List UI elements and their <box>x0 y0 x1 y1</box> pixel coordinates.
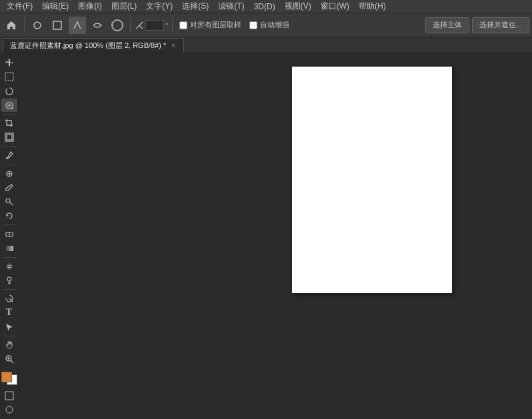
home-button[interactable] <box>3 17 20 34</box>
tab-close-button[interactable]: × <box>170 42 177 49</box>
checkbox-group: 对所有图层取样 自动增强 <box>179 20 289 30</box>
tool-zoom[interactable] <box>1 352 17 366</box>
menu-filter[interactable]: 滤镜(T) <box>214 0 248 13</box>
checkbox-all-layers[interactable]: 对所有图层取样 <box>179 20 241 30</box>
svg-rect-2 <box>5 73 13 81</box>
svg-point-17 <box>7 264 12 269</box>
tab-title: 蓝鹿证件照素材.jpg @ 100% (图层 2, RGB/8#) * <box>10 41 166 51</box>
tool-healing[interactable] <box>1 167 17 180</box>
tool-lasso[interactable] <box>1 85 17 98</box>
tool-extra-1[interactable] <box>1 388 17 402</box>
tool-move[interactable] <box>1 56 17 69</box>
menu-edit[interactable]: 编辑(E) <box>38 0 73 13</box>
tool-sep-1 <box>3 114 16 115</box>
tool-clone[interactable] <box>1 195 17 209</box>
tool-history-brush[interactable] <box>1 209 17 222</box>
tool-marquee[interactable] <box>1 70 17 83</box>
tool-frame[interactable] <box>1 131 17 144</box>
tool-text[interactable]: T <box>1 306 17 319</box>
svg-point-18 <box>8 265 11 268</box>
tool-pen[interactable] <box>1 292 17 305</box>
all-layers-check[interactable] <box>179 21 187 29</box>
svg-rect-1 <box>53 21 61 29</box>
all-layers-label: 对所有图层取样 <box>190 20 241 30</box>
tool-sep-4 <box>3 224 16 225</box>
toolbar-sep-2 <box>130 17 131 33</box>
toolbar-sep-3 <box>172 17 173 33</box>
menu-window[interactable]: 窗口(W) <box>317 0 353 13</box>
tool-option-3[interactable] <box>69 17 86 34</box>
tool-sep-2 <box>3 146 16 147</box>
tool-quick-select[interactable] <box>1 99 17 112</box>
menu-view[interactable]: 视图(V) <box>281 0 315 13</box>
menu-select[interactable]: 选择(S) <box>178 0 213 13</box>
menu-file[interactable]: 文件(F) <box>3 0 37 13</box>
svg-rect-8 <box>7 135 12 140</box>
degree-symbol: ° <box>165 21 168 29</box>
toolbar-sep-1 <box>24 17 25 33</box>
tool-sep-5 <box>3 257 16 258</box>
tool-sep-6 <box>3 289 16 290</box>
svg-line-24 <box>11 360 13 363</box>
checkbox-auto-enhance[interactable]: 自动增强 <box>249 20 289 30</box>
svg-point-28 <box>6 406 13 413</box>
toolbar: 0 ° 对所有图层取样 自动增强 选择主体 选择并遮住... <box>0 13 532 37</box>
tool-extra-2[interactable] <box>1 403 17 416</box>
svg-point-19 <box>7 277 11 281</box>
left-toolbar: T <box>0 53 19 419</box>
menu-3d[interactable]: 3D(D) <box>250 1 279 12</box>
tool-eyedropper[interactable] <box>1 149 17 162</box>
tool-option-1[interactable] <box>29 17 46 34</box>
angle-input[interactable]: 0 <box>145 20 164 31</box>
menu-help[interactable]: 帮助(H) <box>355 0 390 13</box>
menu-text[interactable]: 文字(Y) <box>142 0 177 13</box>
tool-blur[interactable] <box>1 260 17 273</box>
tab-bar: 蓝鹿证件照素材.jpg @ 100% (图层 2, RGB/8#) * × <box>0 37 532 53</box>
tool-option-4[interactable] <box>89 17 106 34</box>
tool-eraser[interactable] <box>1 227 17 240</box>
document-tab[interactable]: 蓝鹿证件照素材.jpg @ 100% (图层 2, RGB/8#) * × <box>3 38 184 53</box>
angle-control: 0 ° <box>135 20 168 31</box>
brush-size-indicator <box>109 17 126 34</box>
tool-option-2[interactable] <box>49 17 66 34</box>
auto-enhance-label: 自动增强 <box>260 20 289 30</box>
svg-rect-27 <box>5 392 13 400</box>
foreground-color-swatch[interactable] <box>1 372 12 382</box>
tool-path-select[interactable] <box>1 320 17 334</box>
svg-point-0 <box>34 22 41 29</box>
tool-gradient[interactable] <box>1 242 17 255</box>
svg-line-4 <box>11 107 13 109</box>
svg-rect-16 <box>5 246 13 251</box>
main-area: T <box>0 53 532 419</box>
menu-layer[interactable]: 图层(L) <box>107 0 141 13</box>
select-mask-button[interactable]: 选择并遮住... <box>472 17 529 33</box>
select-subject-button[interactable]: 选择主体 <box>425 17 469 33</box>
tool-dodge[interactable] <box>1 274 17 287</box>
tool-crop[interactable] <box>1 117 17 130</box>
tool-brush[interactable] <box>1 181 17 195</box>
menu-bar: 文件(F) 编辑(E) 图像(I) 图层(L) 文字(Y) 选择(S) 滤镜(T… <box>0 0 532 13</box>
canvas-area <box>19 53 532 419</box>
menu-image[interactable]: 图像(I) <box>74 0 105 13</box>
tool-sep-7 <box>3 336 16 336</box>
canvas-document <box>292 67 452 293</box>
auto-enhance-check[interactable] <box>249 21 257 29</box>
color-swatches[interactable] <box>1 372 17 385</box>
tool-sep-3 <box>3 165 16 165</box>
text-tool-icon: T <box>6 307 12 318</box>
svg-point-13 <box>6 199 10 203</box>
tool-hand[interactable] <box>1 338 17 352</box>
